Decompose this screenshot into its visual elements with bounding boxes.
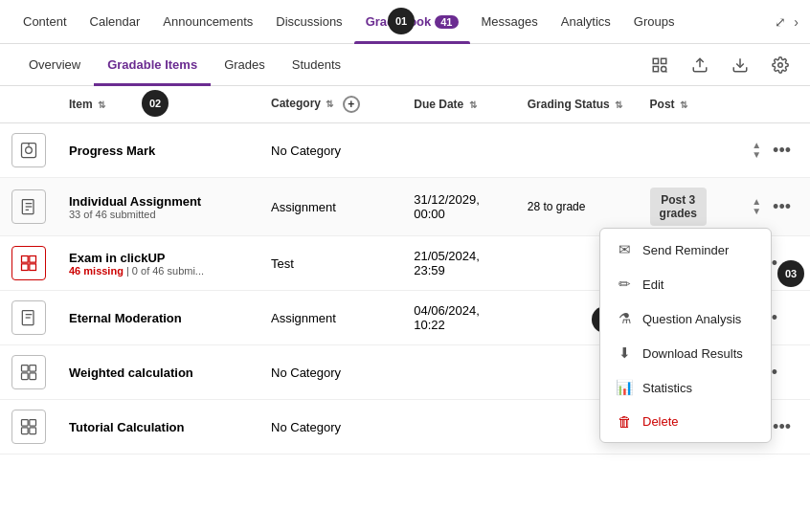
menu-download-results[interactable]: ⬇ Download Results <box>600 336 771 370</box>
item-sub-individual-assignment: 33 of 46 submitted <box>69 209 248 220</box>
subnav-overview[interactable]: Overview <box>15 44 94 86</box>
annotation-01: 01 <box>388 8 415 34</box>
progress-mark-category: No Category <box>259 123 402 178</box>
delete-icon: 🗑 <box>616 413 633 430</box>
chevron-right-icon[interactable]: › <box>794 14 799 30</box>
nav-item-calendar[interactable]: Calendar <box>79 0 152 44</box>
svg-rect-0 <box>653 58 658 63</box>
menu-statistics[interactable]: 📊 Statistics <box>600 370 771 405</box>
item-sub-exam: 46 missing | 0 of 46 submi... <box>69 265 248 277</box>
svg-rect-24 <box>22 373 29 380</box>
subnav-students[interactable]: Students <box>279 44 354 86</box>
sub-navigation: Overview Gradable Items Grades Students <box>0 44 810 86</box>
annotation-03: 03 <box>777 260 804 287</box>
exam-due-date: 21/05/2024,23:59 <box>402 236 516 291</box>
menu-question-analysis[interactable]: ⚗ Question Analysis <box>600 301 771 336</box>
svg-rect-2 <box>653 66 658 71</box>
progress-mark-icon <box>11 133 46 167</box>
exam-icon <box>11 246 46 280</box>
item-name-tutorial-calc: Tutorial Calculation <box>69 420 248 434</box>
svg-rect-17 <box>22 264 29 271</box>
svg-rect-22 <box>22 366 29 372</box>
svg-rect-26 <box>22 420 29 427</box>
menu-edit[interactable]: ✏ Edit <box>600 267 771 301</box>
nav-item-analytics[interactable]: Analytics <box>550 0 622 44</box>
tutorial-calc-due-date <box>402 400 516 454</box>
svg-rect-18 <box>30 264 36 271</box>
send-reminder-icon: ✉ <box>616 241 633 258</box>
item-name-progress-mark: Progress Mark <box>69 144 248 158</box>
gradebook-badge: 41 <box>435 15 458 29</box>
nav-item-groups[interactable]: Groups <box>622 0 686 44</box>
weighted-calc-icon <box>11 355 46 389</box>
annotation-02: 02 <box>142 90 169 117</box>
question-analysis-icon: ⚗ <box>616 310 633 327</box>
svg-rect-15 <box>22 256 29 263</box>
nav-item-announcements[interactable]: Announcements <box>151 0 264 44</box>
menu-label-question-analysis: Question Analysis <box>642 312 741 326</box>
nav-item-messages[interactable]: Messages <box>470 0 550 44</box>
item-name-weighted-calc: Weighted calculation <box>69 366 248 380</box>
svg-rect-28 <box>22 428 29 434</box>
progress-mark-grading-status <box>516 123 639 178</box>
more-options-progress[interactable]: ••• <box>765 137 799 165</box>
weighted-calc-category: No Category <box>259 345 402 400</box>
menu-label-statistics: Statistics <box>642 381 692 395</box>
menu-label-send-reminder: Send Reminder <box>642 243 729 257</box>
tutorial-calc-icon <box>11 410 46 444</box>
subnav-grades[interactable]: Grades <box>211 44 279 86</box>
svg-rect-29 <box>30 428 36 434</box>
nav-item-discussions[interactable]: Discussions <box>264 0 353 44</box>
svg-point-7 <box>778 62 783 67</box>
sort-arrows-progress[interactable]: ▲▼ <box>752 141 761 160</box>
eternal-moderation-icon <box>11 300 46 335</box>
subnav-gradable-items[interactable]: Gradable Items <box>94 44 211 86</box>
progress-mark-due-date <box>402 123 516 178</box>
upload-icon[interactable] <box>686 51 714 79</box>
svg-rect-25 <box>30 373 36 380</box>
col-category[interactable]: Category ⇅ + <box>259 86 402 123</box>
nav-item-content[interactable]: Content <box>11 0 79 44</box>
menu-delete[interactable]: 🗑 Delete <box>600 405 771 438</box>
expand-icon[interactable]: ⤢ <box>775 14 786 30</box>
exam-category: Test <box>259 236 402 291</box>
more-options-individual[interactable]: ••• <box>765 193 799 221</box>
svg-rect-16 <box>30 256 36 263</box>
search-rubric-icon[interactable] <box>645 51 674 79</box>
item-name-eternal-moderation: Eternal Moderation <box>69 311 248 325</box>
item-name-individual-assignment: Individual Assignment <box>69 194 248 209</box>
individual-assignment-icon <box>11 189 46 224</box>
post-grades-button[interactable]: Post 3grades <box>650 188 707 226</box>
eternal-moderation-due-date: 04/06/2024,10:22 <box>402 291 516 345</box>
svg-rect-23 <box>30 366 36 372</box>
settings-icon[interactable] <box>766 51 795 79</box>
weighted-calc-due-date <box>402 345 516 400</box>
context-menu: ✉ Send Reminder ✏ Edit ⚗ Question Analys… <box>599 228 772 443</box>
svg-rect-27 <box>30 420 36 427</box>
menu-label-delete: Delete <box>642 414 679 429</box>
svg-point-3 <box>662 66 666 71</box>
menu-send-reminder[interactable]: ✉ Send Reminder <box>600 233 771 267</box>
svg-rect-1 <box>662 58 666 63</box>
item-name-exam: Exam in clickUP <box>69 251 248 265</box>
svg-line-4 <box>665 71 667 73</box>
download-results-icon: ⬇ <box>616 344 633 362</box>
table-row: Progress Mark No Category ▲▼ ••• <box>0 123 810 178</box>
svg-point-9 <box>26 147 33 154</box>
statistics-icon: 📊 <box>616 379 633 396</box>
individual-assignment-category: Assignment <box>259 178 402 236</box>
download-icon[interactable] <box>726 51 754 79</box>
eternal-moderation-category: Assignment <box>259 291 402 345</box>
col-post[interactable]: Post ⇅ <box>639 86 741 123</box>
individual-assignment-due-date: 31/12/2029,00:00 <box>402 178 516 236</box>
edit-icon: ✏ <box>616 276 633 293</box>
col-due-date[interactable]: Due Date ⇅ <box>402 86 516 123</box>
col-grading-status[interactable]: Grading Status ⇅ <box>516 86 639 123</box>
menu-label-edit: Edit <box>642 277 664 292</box>
menu-label-download-results: Download Results <box>642 346 743 361</box>
tutorial-calc-category: No Category <box>259 400 402 454</box>
sort-arrows-individual[interactable]: ▲▼ <box>752 197 761 216</box>
